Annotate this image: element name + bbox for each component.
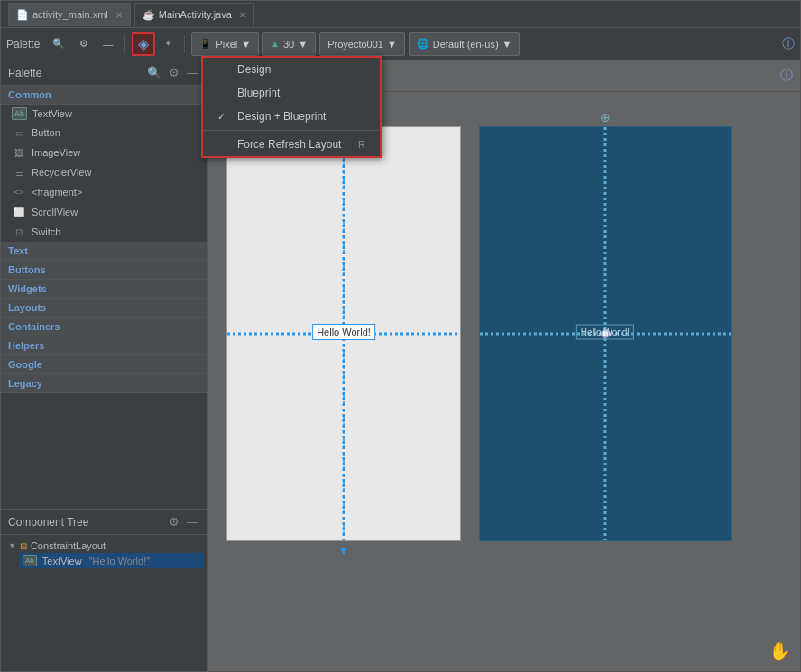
tree-textview-value: "Hello World!" (89, 556, 151, 566)
constraintlayout-icon: ⊟ (20, 541, 27, 551)
canvas-content: ⊕ (208, 92, 800, 671)
locale-chevron-icon: ▼ (502, 39, 512, 50)
palette-item-button[interactable]: ▭ Button (1, 123, 207, 143)
design-icon: ✦ (164, 38, 172, 50)
zoom-indicator: ▲ (271, 39, 280, 49)
palette-category-common[interactable]: Common (1, 86, 207, 105)
hello-world-label: Hello World! (312, 324, 375, 340)
imageview-label: ImageView (32, 147, 80, 158)
design-blueprint-menu-label: Design + Blueprint (237, 110, 326, 123)
tree-textview-icon: Ab (23, 555, 37, 566)
design-blueprint-toggle[interactable]: ◈ (132, 32, 155, 56)
main-content: Palette 🔍 ⚙ — Common Ab TextView ▭ Butto… (1, 60, 800, 671)
blueprint-panel-wrapper: ⊕ Hello World! (479, 110, 732, 541)
tree-collapse-button[interactable]: — (185, 513, 200, 530)
palette-item-textview[interactable]: Ab TextView (1, 105, 207, 123)
expand-icon: ▼ (8, 541, 16, 550)
minus-icon: — (103, 39, 113, 50)
tree-item-textview[interactable]: Ab TextView "Hello World!" (19, 553, 204, 568)
xml-file-icon: 📄 (16, 9, 29, 21)
locale-label: Default (en-us) (433, 39, 499, 50)
palette-item-scrollview[interactable]: ⬜ ScrollView (1, 202, 207, 222)
design-menu-label: Design (237, 63, 271, 76)
chevron-down-icon: ▼ (241, 39, 251, 50)
pixel-dropdown[interactable]: 📱 Pixel ▼ (191, 32, 259, 56)
scrollview-label: ScrollView (32, 207, 78, 217)
tab-java-close[interactable]: ✕ (239, 10, 246, 20)
tab-activity-xml[interactable]: 📄 activity_main.xml ✕ (8, 3, 131, 26)
locale-dropdown[interactable]: 🌐 Default (en-us) ▼ (409, 32, 520, 56)
textview-label: TextView (32, 108, 72, 119)
palette-title: Palette (8, 67, 142, 79)
separator-2 (184, 35, 185, 53)
tree-title: Component Tree (8, 516, 163, 529)
palette-search-button[interactable]: 🔍 (145, 64, 163, 81)
palette-category-helpers[interactable]: Helpers (1, 336, 207, 355)
component-tree: Component Tree ⚙ — ▼ ⊟ ConstraintLayout … (1, 509, 207, 671)
tree-content: ▼ ⊟ ConstraintLayout Ab TextView "Hello … (1, 535, 207, 671)
palette-category-buttons[interactable]: Buttons (1, 261, 207, 280)
tab-mainactivity-java[interactable]: ☕ MainActivity.java ✕ (134, 3, 254, 26)
menu-item-design[interactable]: Design (203, 58, 380, 81)
textview-icon: Ab (12, 107, 27, 120)
zoom-dropdown[interactable]: ▲ 30 ▼ (262, 32, 316, 56)
project-dropdown[interactable]: Proyecto001 ▼ (319, 32, 405, 56)
palette-header: Palette 🔍 ⚙ — (1, 60, 207, 86)
palette-item-recyclerview[interactable]: ☰ RecyclerView (1, 162, 207, 182)
fragment-label: <fragment> (32, 187, 82, 198)
palette-list: Common Ab TextView ▭ Button 🖼 ImageView … (1, 86, 207, 509)
locale-icon: 🌐 (417, 38, 429, 50)
tree-textview-label: TextView (42, 556, 82, 566)
gear-icon: ⚙ (79, 38, 88, 50)
force-refresh-label: Force Refresh Layout (237, 138, 341, 151)
tree-item-constraintlayout[interactable]: ▼ ⊟ ConstraintLayout (5, 539, 204, 553)
menu-item-blueprint[interactable]: Blueprint (203, 81, 380, 105)
palette-item-switch[interactable]: ⊡ Switch (1, 222, 207, 242)
project-chevron-icon: ▼ (387, 39, 397, 50)
menu-item-design-blueprint[interactable]: ✓ Design + Blueprint (203, 105, 380, 128)
tab-xml-close[interactable]: ✕ (115, 10, 123, 20)
sidebar: Palette 🔍 ⚙ — Common Ab TextView ▭ Butto… (1, 60, 208, 671)
java-file-icon: ☕ (143, 9, 155, 21)
minimize-palette-button[interactable]: — (97, 32, 118, 56)
design-blueprint-check: ✓ (217, 111, 230, 123)
info-button[interactable]: ⓘ (782, 36, 795, 52)
menu-item-force-refresh[interactable]: Force Refresh Layout R (203, 133, 380, 156)
fragment-icon: <> (12, 185, 26, 199)
button-label: Button (32, 127, 60, 138)
scrollview-icon: ⬜ (12, 205, 26, 219)
design-bottom-pin: ▼ (226, 543, 461, 557)
main-toolbar: Palette 🔍 ⚙ — ◈ ✦ 📱 Pixel ▼ ▲ 30 ▼ (1, 28, 800, 60)
palette-item-imageview[interactable]: 🖼 ImageView (1, 143, 207, 162)
hand-tool[interactable]: ✋ (769, 640, 791, 662)
blueprint-pin-top-icon: ⊕ (600, 110, 611, 124)
blueprint-panel: ⊕ Hello World! (479, 110, 732, 653)
palette-category-legacy[interactable]: Legacy (1, 374, 207, 393)
design-view[interactable]: Hello World! (226, 126, 461, 541)
palette-gear-button[interactable]: ⚙ (167, 64, 181, 81)
zoom-label: 30 (283, 39, 294, 50)
search-button[interactable]: 🔍 (47, 32, 70, 56)
settings-button[interactable]: ⚙ (74, 32, 94, 56)
design-blueprint-icon: ◈ (138, 35, 149, 52)
imageview-icon: 🖼 (12, 145, 26, 160)
button-icon: ▭ (12, 125, 26, 140)
canvas-info-icon[interactable]: ⓘ (780, 68, 793, 84)
palette-collapse-button[interactable]: — (185, 64, 200, 81)
palette-category-google[interactable]: Google (1, 355, 207, 374)
tree-gear-button[interactable]: ⚙ (167, 513, 181, 530)
palette-category-widgets[interactable]: Widgets (1, 280, 207, 299)
phone-icon: 📱 (199, 38, 212, 50)
palette-category-layouts[interactable]: Layouts (1, 299, 207, 318)
switch-label: Switch (32, 226, 60, 237)
palette-item-fragment[interactable]: <> <fragment> (1, 182, 207, 202)
zoom-chevron-icon: ▼ (298, 39, 308, 50)
blueprint-view[interactable]: Hello World! (479, 126, 732, 541)
palette-category-containers[interactable]: Containers (1, 318, 207, 336)
recyclerview-label: RecyclerView (32, 167, 91, 178)
hand-icon: ✋ (769, 641, 791, 661)
design-mode-button[interactable]: ✦ (159, 32, 178, 56)
constraintlayout-label: ConstraintLayout (31, 540, 106, 551)
switch-icon: ⊡ (12, 225, 26, 239)
palette-category-text[interactable]: Text (1, 242, 207, 261)
